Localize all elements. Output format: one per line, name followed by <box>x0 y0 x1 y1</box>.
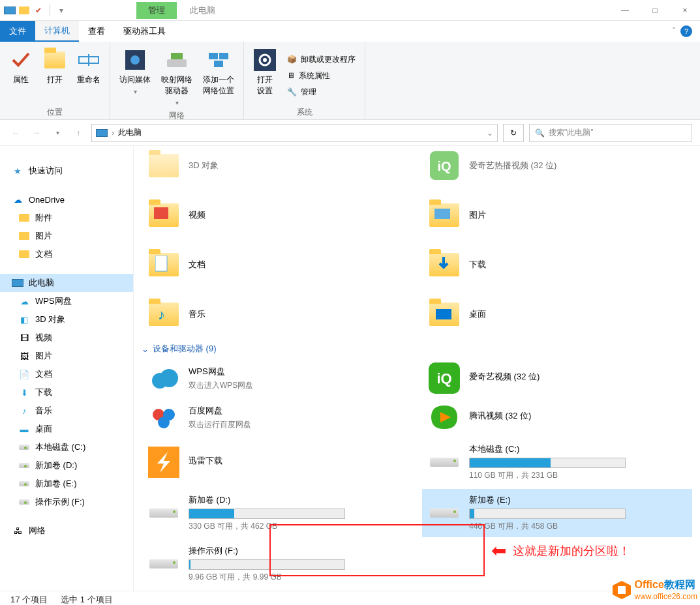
cube-icon: ◧ <box>18 314 30 325</box>
app-tencent[interactable]: 腾讯视频 (32 位) <box>422 399 692 435</box>
sidebar-onedrive[interactable]: ☁OneDrive <box>0 190 133 209</box>
folder-documents[interactable]: 文档 <box>142 241 412 288</box>
qat-dropdown-icon[interactable]: ▾ <box>55 5 67 16</box>
minimize-button[interactable]: — <box>610 0 640 21</box>
pc-icon <box>96 129 108 137</box>
open-settings-button[interactable]: 打开 设置 <box>251 46 279 106</box>
usage-bar <box>469 458 626 468</box>
add-netloc-button[interactable]: 添加一个 网络位置 <box>200 46 237 109</box>
help-icon[interactable]: ? <box>680 25 692 37</box>
tab-drive-tools[interactable]: 驱动器工具 <box>114 21 175 42</box>
annotation: ⬅ 这就是新加的分区啦！ <box>491 540 630 561</box>
up-button[interactable]: ↑ <box>70 125 86 141</box>
folder-downloads[interactable]: 下载 <box>422 241 692 288</box>
close-button[interactable]: × <box>670 0 700 21</box>
svg-rect-15 <box>434 209 450 219</box>
app-xunlei[interactable]: 迅雷下载 <box>142 438 412 486</box>
system-properties-button[interactable]: 🖥 系统属性 <box>284 69 358 83</box>
sidebar-drive-c[interactable]: 本地磁盘 (C:) <box>0 438 133 456</box>
drive-icon <box>18 478 30 490</box>
status-item-count: 17 个项目 <box>10 594 48 606</box>
search-input[interactable]: 🔍 搜索"此电脑" <box>529 124 692 142</box>
address-bar[interactable]: › 此电脑 ⌄ <box>91 124 498 142</box>
tab-computer[interactable]: 计算机 <box>35 21 79 42</box>
rename-button[interactable]: 重命名 <box>74 46 103 106</box>
access-media-button[interactable]: 访问媒体 ▾ <box>117 46 153 109</box>
section-devices[interactable]: ⌄ 设备和驱动器 (9) <box>142 338 692 360</box>
sidebar-wps[interactable]: ☁WPS网盘 <box>0 292 133 310</box>
forward-button[interactable]: → <box>29 125 44 141</box>
sidebar-drive-f[interactable]: 操作示例 (F:) <box>0 493 133 511</box>
sidebar-videos[interactable]: 🎞视频 <box>0 329 133 347</box>
sidebar-3d[interactable]: ◧3D 对象 <box>0 310 133 329</box>
chevron-down-icon[interactable]: ⌄ <box>487 128 493 138</box>
music-folder-icon: ♪ <box>147 297 181 331</box>
tab-view[interactable]: 查看 <box>79 21 114 42</box>
svg-text:iQ: iQ <box>437 159 451 173</box>
sidebar-documents[interactable]: 📄文档 <box>0 365 133 383</box>
sidebar-desktop[interactable]: ▬桌面 <box>0 420 133 438</box>
properties-button[interactable]: 属性 <box>7 46 35 106</box>
sidebar-drive-d[interactable]: 新加卷 (D:) <box>0 456 133 475</box>
manage-button[interactable]: 🔧 管理 <box>284 85 358 99</box>
map-drive-button[interactable]: 映射网络 驱动器 ▾ <box>159 46 195 109</box>
back-button[interactable]: ← <box>8 125 23 141</box>
drive-icon <box>18 441 30 453</box>
sidebar-od-docs[interactable]: 文档 <box>0 245 133 263</box>
usage-bar <box>189 559 345 570</box>
chevron-down-icon: ▾ <box>134 88 137 95</box>
folder-pictures[interactable]: 图片 <box>422 192 692 239</box>
iqiyi-icon: iQ <box>427 149 461 183</box>
sidebar-network[interactable]: 🖧网络 <box>0 522 133 540</box>
watermark: Office教程网 www.office26.com <box>611 578 698 601</box>
map-drive-label: 映射网络 驱动器 <box>161 74 192 96</box>
folder-music[interactable]: ♪音乐 <box>142 291 412 338</box>
status-bar: 17 个项目 选中 1 个项目 <box>0 591 700 605</box>
recent-dropdown[interactable]: ▾ <box>50 125 65 141</box>
svg-rect-27 <box>618 586 626 594</box>
svg-rect-8 <box>214 61 223 67</box>
open-icon[interactable] <box>18 5 30 16</box>
sidebar-od-attach[interactable]: 附件 <box>0 209 133 227</box>
app-iqiyi-hot[interactable]: iQ爱奇艺热播视频 (32 位) <box>422 146 692 189</box>
svg-text:iQ: iQ <box>436 370 451 387</box>
folder-videos[interactable]: 视频 <box>142 192 412 239</box>
sidebar-drive-e[interactable]: 新加卷 (E:) <box>0 475 133 493</box>
sidebar-od-pics[interactable]: 图片 <box>0 227 133 245</box>
breadcrumb[interactable]: 此电脑 <box>118 127 142 138</box>
properties-icon[interactable]: ✔ <box>33 5 44 16</box>
drive-d[interactable]: 新加卷 (D:)330 GB 可用，共 462 GB <box>142 489 412 537</box>
drive-e[interactable]: 新加卷 (E:)446 GB 可用，共 458 GB <box>422 489 692 537</box>
app-wps[interactable]: WPS网盘双击进入WPS网盘 <box>142 360 412 396</box>
folder-3d[interactable]: 3D 对象 <box>142 146 412 189</box>
document-folder-icon <box>147 248 181 282</box>
sidebar-music[interactable]: ♪音乐 <box>0 402 133 420</box>
sidebar-pictures[interactable]: 🖼图片 <box>0 347 133 365</box>
sidebar-this-pc[interactable]: 此电脑 <box>0 274 133 292</box>
svg-rect-14 <box>154 207 168 219</box>
cube-folder-icon <box>147 149 181 183</box>
iqiyi-icon: iQ <box>427 365 461 391</box>
uninstall-button[interactable]: 📦 卸载或更改程序 <box>284 53 358 66</box>
usage-bar <box>469 509 626 519</box>
sidebar-downloads[interactable]: ⬇下载 <box>0 383 133 402</box>
picture-folder-icon <box>427 198 461 232</box>
open-label: 打开 <box>47 74 63 85</box>
content-pane: 3D 对象 iQ爱奇艺热播视频 (32 位) 视频 图片 文档 下载 ♪音乐 桌… <box>134 146 700 591</box>
folder-desktop[interactable]: 桌面 <box>422 291 692 338</box>
refresh-button[interactable]: ↻ <box>503 124 524 142</box>
cloud-icon: ☁ <box>12 194 23 205</box>
drive-f[interactable]: 操作示例 (F:)9.96 GB 可用，共 9.99 GB <box>142 540 412 588</box>
open-button[interactable]: 打开 <box>40 46 69 106</box>
app-baidu[interactable]: 百度网盘双击运行百度网盘 <box>142 399 412 435</box>
drive-c[interactable]: 本地磁盘 (C:)110 GB 可用，共 231 GB <box>422 438 692 486</box>
tab-file[interactable]: 文件 <box>0 21 35 42</box>
collapse-ribbon-icon[interactable]: ˆ <box>673 27 675 36</box>
qat-divider <box>50 5 50 16</box>
ribbon-tabs: 文件 计算机 查看 驱动器工具 ˆ ? <box>0 21 700 42</box>
app-iqiyi[interactable]: iQ 爱奇艺视频 (32 位) <box>422 360 692 396</box>
maximize-button[interactable]: □ <box>640 0 670 21</box>
gear-icon <box>253 48 277 72</box>
sidebar-quick-access[interactable]: ★快速访问 <box>0 162 133 180</box>
context-tab-manage[interactable]: 管理 <box>136 2 177 19</box>
